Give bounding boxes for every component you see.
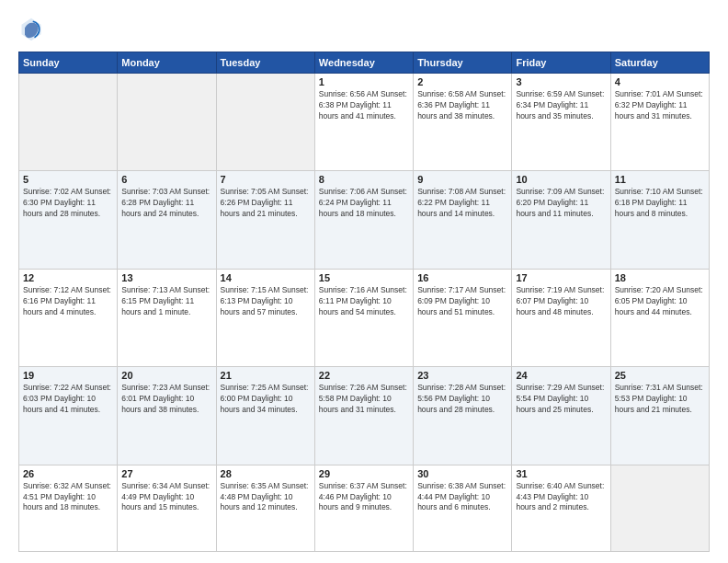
day-number: 3	[516, 76, 606, 87]
day-info: Sunrise: 7:13 AM Sunset: 6:15 PM Dayligh…	[121, 285, 211, 318]
table-row: 19Sunrise: 7:22 AM Sunset: 6:03 PM Dayli…	[19, 367, 118, 465]
day-info: Sunrise: 7:01 AM Sunset: 6:32 PM Dayligh…	[615, 89, 705, 122]
day-number: 20	[121, 370, 211, 381]
page: Sunday Monday Tuesday Wednesday Thursday…	[0, 0, 728, 563]
day-number: 23	[417, 370, 507, 381]
calendar-table: Sunday Monday Tuesday Wednesday Thursday…	[18, 52, 710, 552]
table-row	[216, 74, 314, 171]
day-info: Sunrise: 7:08 AM Sunset: 6:22 PM Dayligh…	[417, 187, 507, 220]
calendar-week-row: 19Sunrise: 7:22 AM Sunset: 6:03 PM Dayli…	[19, 367, 710, 465]
day-number: 8	[319, 174, 409, 185]
table-row: 21Sunrise: 7:25 AM Sunset: 6:00 PM Dayli…	[216, 367, 314, 465]
day-number: 10	[516, 174, 606, 185]
col-sunday: Sunday	[19, 52, 118, 74]
col-monday: Monday	[118, 52, 216, 74]
day-info: Sunrise: 6:56 AM Sunset: 6:38 PM Dayligh…	[319, 89, 409, 122]
table-row: 10Sunrise: 7:09 AM Sunset: 6:20 PM Dayli…	[512, 171, 610, 269]
day-number: 16	[417, 272, 507, 283]
table-row: 2Sunrise: 6:58 AM Sunset: 6:36 PM Daylig…	[414, 74, 512, 171]
table-row: 23Sunrise: 7:28 AM Sunset: 5:56 PM Dayli…	[414, 367, 512, 465]
day-number: 28	[221, 468, 311, 479]
day-info: Sunrise: 7:26 AM Sunset: 5:58 PM Dayligh…	[319, 383, 409, 416]
day-info: Sunrise: 7:16 AM Sunset: 6:11 PM Dayligh…	[319, 285, 409, 318]
table-row: 9Sunrise: 7:08 AM Sunset: 6:22 PM Daylig…	[414, 171, 512, 269]
day-info: Sunrise: 7:12 AM Sunset: 6:16 PM Dayligh…	[23, 285, 113, 318]
table-row: 4Sunrise: 7:01 AM Sunset: 6:32 PM Daylig…	[610, 74, 709, 171]
table-row: 28Sunrise: 6:35 AM Sunset: 4:48 PM Dayli…	[216, 465, 314, 551]
table-row: 31Sunrise: 6:40 AM Sunset: 4:43 PM Dayli…	[512, 465, 610, 551]
table-row: 22Sunrise: 7:26 AM Sunset: 5:58 PM Dayli…	[314, 367, 413, 465]
calendar-week-row: 5Sunrise: 7:02 AM Sunset: 6:30 PM Daylig…	[19, 171, 710, 269]
col-tuesday: Tuesday	[216, 52, 314, 74]
day-number: 13	[121, 272, 211, 283]
day-info: Sunrise: 7:20 AM Sunset: 6:05 PM Dayligh…	[615, 285, 705, 318]
day-info: Sunrise: 7:23 AM Sunset: 6:01 PM Dayligh…	[121, 383, 211, 416]
day-number: 11	[615, 174, 705, 185]
day-number: 7	[221, 174, 311, 185]
table-row: 8Sunrise: 7:06 AM Sunset: 6:24 PM Daylig…	[314, 171, 413, 269]
day-info: Sunrise: 7:15 AM Sunset: 6:13 PM Dayligh…	[221, 285, 311, 318]
day-number: 27	[121, 468, 211, 479]
day-info: Sunrise: 6:58 AM Sunset: 6:36 PM Dayligh…	[417, 89, 507, 122]
table-row: 15Sunrise: 7:16 AM Sunset: 6:11 PM Dayli…	[314, 269, 413, 366]
day-number: 31	[516, 468, 606, 479]
table-row: 18Sunrise: 7:20 AM Sunset: 6:05 PM Dayli…	[610, 269, 709, 366]
table-row: 16Sunrise: 7:17 AM Sunset: 6:09 PM Dayli…	[414, 269, 512, 366]
table-row: 27Sunrise: 6:34 AM Sunset: 4:49 PM Dayli…	[118, 465, 216, 551]
day-info: Sunrise: 7:19 AM Sunset: 6:07 PM Dayligh…	[516, 285, 606, 318]
table-row	[610, 465, 709, 551]
day-info: Sunrise: 7:03 AM Sunset: 6:28 PM Dayligh…	[121, 187, 211, 220]
day-info: Sunrise: 6:34 AM Sunset: 4:49 PM Dayligh…	[121, 481, 211, 514]
day-info: Sunrise: 7:28 AM Sunset: 5:56 PM Dayligh…	[417, 383, 507, 416]
table-row: 6Sunrise: 7:03 AM Sunset: 6:28 PM Daylig…	[118, 171, 216, 269]
col-thursday: Thursday	[414, 52, 512, 74]
calendar-week-row: 26Sunrise: 6:32 AM Sunset: 4:51 PM Dayli…	[19, 465, 710, 551]
day-info: Sunrise: 7:06 AM Sunset: 6:24 PM Dayligh…	[319, 187, 409, 220]
calendar-header-row: Sunday Monday Tuesday Wednesday Thursday…	[19, 52, 710, 74]
day-number: 6	[121, 174, 211, 185]
day-number: 12	[23, 272, 113, 283]
day-info: Sunrise: 7:10 AM Sunset: 6:18 PM Dayligh…	[615, 187, 705, 220]
table-row	[118, 74, 216, 171]
table-row: 29Sunrise: 6:37 AM Sunset: 4:46 PM Dayli…	[314, 465, 413, 551]
table-row: 17Sunrise: 7:19 AM Sunset: 6:07 PM Dayli…	[512, 269, 610, 366]
day-number: 19	[23, 370, 113, 381]
day-number: 17	[516, 272, 606, 283]
day-number: 25	[615, 370, 705, 381]
table-row: 1Sunrise: 6:56 AM Sunset: 6:38 PM Daylig…	[314, 74, 413, 171]
table-row: 20Sunrise: 7:23 AM Sunset: 6:01 PM Dayli…	[118, 367, 216, 465]
day-number: 5	[23, 174, 113, 185]
col-saturday: Saturday	[610, 52, 709, 74]
day-info: Sunrise: 6:40 AM Sunset: 4:43 PM Dayligh…	[516, 481, 606, 514]
table-row: 30Sunrise: 6:38 AM Sunset: 4:44 PM Dayli…	[414, 465, 512, 551]
table-row: 5Sunrise: 7:02 AM Sunset: 6:30 PM Daylig…	[19, 171, 118, 269]
day-info: Sunrise: 7:09 AM Sunset: 6:20 PM Dayligh…	[516, 187, 606, 220]
calendar-week-row: 1Sunrise: 6:56 AM Sunset: 6:38 PM Daylig…	[19, 74, 710, 171]
table-row: 14Sunrise: 7:15 AM Sunset: 6:13 PM Dayli…	[216, 269, 314, 366]
day-info: Sunrise: 6:38 AM Sunset: 4:44 PM Dayligh…	[417, 481, 507, 514]
day-number: 22	[319, 370, 409, 381]
day-number: 26	[23, 468, 113, 479]
day-info: Sunrise: 6:32 AM Sunset: 4:51 PM Dayligh…	[23, 481, 113, 514]
day-number: 24	[516, 370, 606, 381]
logo-icon	[18, 17, 44, 42]
day-number: 15	[319, 272, 409, 283]
day-number: 4	[615, 76, 705, 87]
day-info: Sunrise: 7:22 AM Sunset: 6:03 PM Dayligh…	[23, 383, 113, 416]
col-friday: Friday	[512, 52, 610, 74]
day-info: Sunrise: 6:35 AM Sunset: 4:48 PM Dayligh…	[221, 481, 311, 514]
day-info: Sunrise: 7:02 AM Sunset: 6:30 PM Dayligh…	[23, 187, 113, 220]
table-row: 11Sunrise: 7:10 AM Sunset: 6:18 PM Dayli…	[610, 171, 709, 269]
day-info: Sunrise: 7:05 AM Sunset: 6:26 PM Dayligh…	[221, 187, 311, 220]
table-row: 7Sunrise: 7:05 AM Sunset: 6:26 PM Daylig…	[216, 171, 314, 269]
table-row: 25Sunrise: 7:31 AM Sunset: 5:53 PM Dayli…	[610, 367, 709, 465]
day-number: 2	[417, 76, 507, 87]
day-info: Sunrise: 6:37 AM Sunset: 4:46 PM Dayligh…	[319, 481, 409, 514]
table-row: 26Sunrise: 6:32 AM Sunset: 4:51 PM Dayli…	[19, 465, 118, 551]
table-row: 24Sunrise: 7:29 AM Sunset: 5:54 PM Dayli…	[512, 367, 610, 465]
logo	[18, 17, 48, 42]
col-wednesday: Wednesday	[314, 52, 413, 74]
day-number: 18	[615, 272, 705, 283]
day-number: 14	[221, 272, 311, 283]
day-number: 9	[417, 174, 507, 185]
